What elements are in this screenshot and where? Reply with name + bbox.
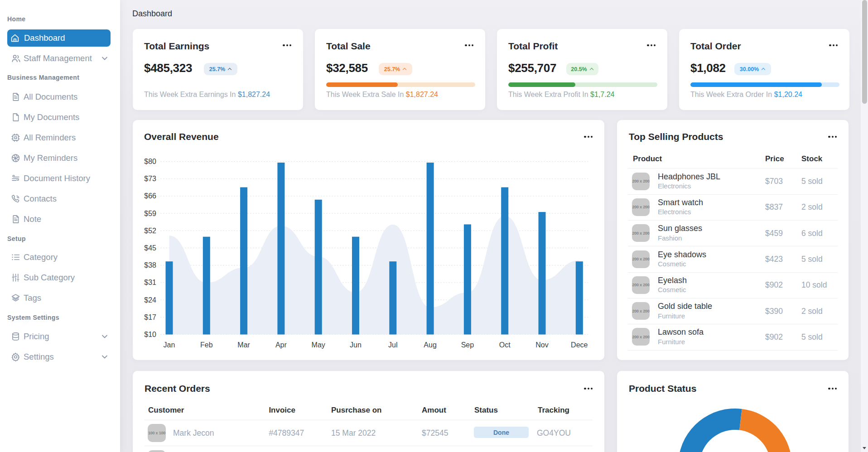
svg-text:May: May (312, 341, 325, 349)
svg-text:$24: $24 (144, 296, 156, 304)
svg-text:Jan: Jan (164, 341, 175, 349)
svg-text:$45: $45 (144, 244, 156, 252)
svg-text:Aug: Aug (424, 341, 436, 349)
svg-text:Feb: Feb (200, 341, 213, 349)
svg-text:$59: $59 (144, 210, 156, 217)
svg-text:$52: $52 (144, 227, 156, 235)
svg-text:$66: $66 (144, 192, 156, 200)
svg-text:Apr: Apr (275, 341, 287, 349)
svg-text:Dece: Dece (571, 341, 588, 349)
svg-text:Oct: Oct (499, 341, 511, 349)
svg-text:Jul: Jul (388, 341, 397, 349)
svg-text:$17: $17 (144, 313, 156, 321)
svg-text:Sep: Sep (461, 341, 474, 349)
svg-text:$31: $31 (144, 279, 156, 286)
svg-text:$10: $10 (144, 331, 156, 338)
svg-text:Mar: Mar (237, 341, 250, 349)
svg-text:Jun: Jun (350, 341, 362, 349)
svg-text:$80: $80 (144, 158, 156, 165)
svg-text:$38: $38 (144, 261, 156, 269)
svg-text:Nov: Nov (535, 341, 548, 349)
svg-text:$73: $73 (144, 175, 156, 183)
